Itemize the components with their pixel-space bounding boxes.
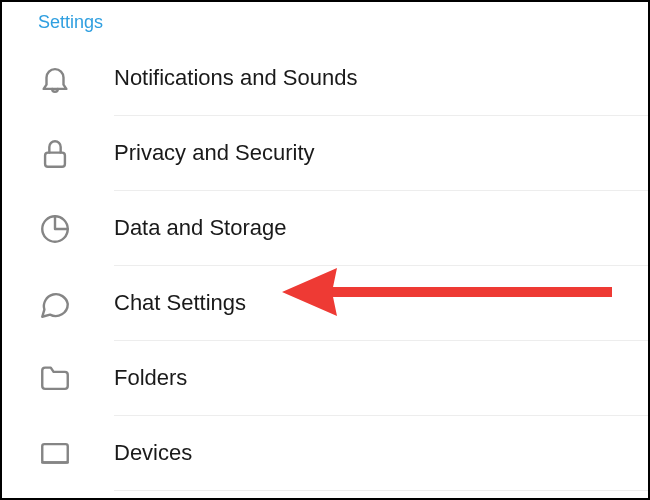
settings-item-folders[interactable]: Folders [2, 341, 648, 416]
chat-bubble-icon [2, 287, 114, 321]
settings-list: Notifications and Sounds Privacy and Sec… [2, 41, 648, 491]
settings-item-label: Folders [114, 341, 648, 416]
settings-item-label: Devices [114, 416, 648, 491]
settings-item-label: Data and Storage [114, 191, 648, 266]
folder-icon [2, 362, 114, 396]
settings-section-header: Settings [2, 2, 648, 41]
settings-item-label: Privacy and Security [114, 116, 648, 191]
device-icon [2, 437, 114, 471]
lock-icon [2, 137, 114, 171]
pie-chart-icon [2, 212, 114, 246]
settings-item-devices[interactable]: Devices [2, 416, 648, 491]
bell-icon [2, 62, 114, 96]
settings-item-label: Chat Settings [114, 266, 648, 341]
settings-item-data-storage[interactable]: Data and Storage [2, 191, 648, 266]
svg-rect-2 [42, 444, 68, 462]
settings-item-notifications[interactable]: Notifications and Sounds [2, 41, 648, 116]
settings-item-chat-settings[interactable]: Chat Settings [2, 266, 648, 341]
settings-item-label: Notifications and Sounds [114, 41, 648, 116]
settings-item-privacy[interactable]: Privacy and Security [2, 116, 648, 191]
svg-rect-0 [45, 152, 65, 166]
